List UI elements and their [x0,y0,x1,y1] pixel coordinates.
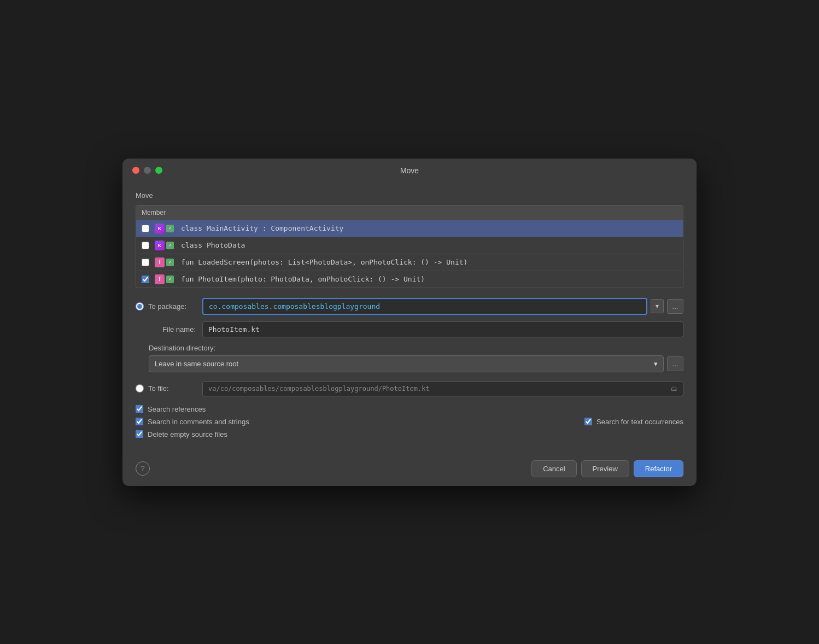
destination-directory-row: Leave in same source root ▾ ... [149,355,683,372]
traffic-lights [132,167,162,174]
move-dialog: Move Move Member K ✓ class MainActivity … [122,159,697,486]
destination-directory-select[interactable]: Leave in same source root ▾ [149,355,664,372]
to-file-radio[interactable] [136,384,144,393]
package-dropdown-button[interactable]: ▾ [651,299,664,313]
footer-actions: Cancel Preview Refactor [531,460,683,477]
row-icon-2: K ✓ [155,241,176,250]
visibility-icon: ✓ [166,242,174,249]
dialog-footer: ? Cancel Preview Refactor [122,454,697,486]
row-checkbox-4[interactable] [142,276,149,283]
visibility-icon: ✓ [166,276,174,283]
row-icon-4: f ✓ [155,274,176,284]
fun-icon: f [155,274,165,284]
checkboxes-section: Search references Search in comments and… [136,405,683,438]
dialog-body: Move Member K ✓ class MainActivity : Com… [122,183,697,454]
kotlin-class-icon: K [155,241,165,250]
to-package-label: To package: [148,302,186,311]
row-text-4: fun PhotoItem(photo: PhotoData, onPhotoC… [181,275,425,283]
search-comments-row: Search in comments and strings [136,418,249,426]
destination-directory-value: Leave in same source root [155,360,238,368]
row-checkbox-2[interactable] [142,242,149,249]
to-file-label: To file: [148,384,169,393]
help-button[interactable]: ? [136,461,150,476]
visibility-icon: ✓ [166,259,174,266]
search-references-row: Search references [136,405,683,413]
row-checkbox-3[interactable] [142,259,149,266]
kotlin-class-icon: K [155,224,165,233]
file-name-row: File name: [136,321,683,337]
table-row[interactable]: f ✓ fun PhotoItem(photo: PhotoData, onPh… [136,271,683,288]
cancel-button[interactable]: Cancel [531,460,576,477]
middle-checkboxes-row: Search in comments and strings Search fo… [136,418,683,426]
destination-browse-button[interactable]: ... [667,356,683,371]
to-file-radio-label[interactable]: To file: [136,384,196,393]
dropdown-arrow-icon: ▾ [654,360,658,368]
package-input-wrap: ▾ ... [202,298,683,315]
search-comments-label[interactable]: Search in comments and strings [148,418,249,426]
title-bar: Move [122,159,697,183]
table-row[interactable]: K ✓ class PhotoData [136,237,683,254]
search-text-occurrences-label[interactable]: Search for text occurrences [596,418,683,426]
to-file-path: va/co/composables/composablesblogplaygro… [208,385,430,393]
file-name-input[interactable] [202,321,683,337]
dialog-title: Move [400,166,419,175]
table-header: Member [136,206,683,220]
members-table: Member K ✓ class MainActivity : Componen… [136,205,683,288]
delete-empty-label[interactable]: Delete empty source files [148,430,227,438]
delete-empty-row: Delete empty source files [136,430,683,438]
to-file-input-display: va/co/composables/composablesblogplaygro… [202,381,683,396]
visibility-icon: ✓ [166,225,174,232]
to-package-radio-label[interactable]: To package: [136,302,196,311]
maximize-button[interactable] [155,167,162,174]
table-row[interactable]: K ✓ class MainActivity : ComponentActivi… [136,220,683,237]
close-button[interactable] [132,167,139,174]
destination-directory-label: Destination directory: [149,344,683,352]
search-comments-checkbox[interactable] [136,418,143,425]
package-input[interactable] [202,298,647,315]
row-text-3: fun LoadedScreen(photos: List<PhotoData>… [181,258,467,266]
to-file-row: To file: va/co/composables/composablesbl… [136,381,683,396]
fun-icon: f [155,257,165,267]
search-text-occurrences-row: Search for text occurrences [584,418,683,426]
search-references-label[interactable]: Search references [148,405,206,413]
table-row[interactable]: f ✓ fun LoadedScreen(photos: List<PhotoD… [136,254,683,271]
to-package-radio[interactable] [136,302,144,311]
row-text-2: class PhotoData [181,241,245,249]
destination-directory-section: Destination directory: Leave in same sou… [136,344,683,372]
delete-empty-checkbox[interactable] [136,430,143,438]
to-package-section: To package: ▾ ... File name: Destination… [136,298,683,372]
row-text-1: class MainActivity : ComponentActivity [181,224,343,232]
row-icon-1: K ✓ [155,224,176,233]
minimize-button[interactable] [144,167,151,174]
to-package-row: To package: ▾ ... [136,298,683,315]
file-name-label: File name: [149,325,196,333]
refactor-button[interactable]: Refactor [634,460,683,477]
package-browse-button[interactable]: ... [667,299,683,314]
section-label: Move [136,191,683,200]
search-references-checkbox[interactable] [136,405,143,413]
row-checkbox-1[interactable] [142,225,149,232]
row-icon-3: f ✓ [155,257,176,267]
to-file-browse-icon[interactable]: 🗂 [671,385,677,393]
search-text-occurrences-checkbox[interactable] [584,418,592,425]
preview-button[interactable]: Preview [581,460,629,477]
